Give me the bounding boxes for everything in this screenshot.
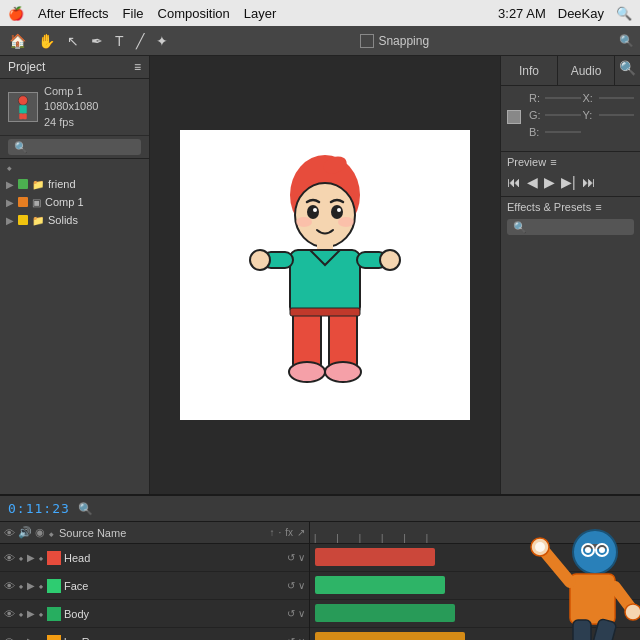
layer-visibility-toggle[interactable]: 👁 [4,608,15,620]
ruler-mark: | [403,533,405,543]
layer-visibility-toggle[interactable]: 👁 [4,636,15,641]
col-up-icon: ↑ [269,527,274,538]
ruler-mark: | [381,533,383,543]
character-artwork [180,130,470,420]
menubar-search-icon[interactable]: 🔍 [616,6,632,21]
list-item[interactable]: ▶ 📁 Solids [0,211,149,229]
menu-layer[interactable]: Layer [244,6,277,21]
layer-expand-arrow[interactable]: ▶ [27,608,35,619]
effects-search-input[interactable] [507,219,634,235]
layer-chevron[interactable]: ∨ [298,636,305,640]
svg-point-17 [250,250,270,270]
pointer-tool[interactable]: ↖ [64,31,82,51]
skip-forward-button[interactable]: ⏭ [582,174,596,190]
svg-point-9 [331,205,343,219]
effects-presets-section: Effects & Presets ≡ [501,197,640,494]
layer-visibility-toggle[interactable]: 👁 [4,552,15,564]
comp-thumbnail [8,92,38,122]
project-menu-icon[interactable]: ≡ [134,60,141,74]
layer-3d-icon: ⬥ [18,552,24,563]
layer-label: friend [48,178,76,190]
timeline-bar[interactable] [315,576,445,594]
layer-expand-arrow[interactable]: ▶ [27,580,35,591]
menu-after-effects[interactable]: After Effects [38,6,109,21]
g-value [545,114,581,116]
system-time: 3:27 AM [498,6,546,21]
audio-col-icon: 🔊 [18,526,32,539]
menu-file[interactable]: File [123,6,144,21]
timeline-bar[interactable] [315,632,465,640]
effects-menu-icon[interactable]: ≡ [595,201,601,213]
timeline-body: 👁 🔊 ◉ ⬥ Source Name ↑ · fx ↗ 👁 ⬥ [0,522,640,640]
comp-info: Comp 1 1080x1080 24 fps [44,84,98,130]
list-item[interactable]: ▶ ▣ Comp 1 [0,193,149,211]
tab-audio[interactable]: Audio [558,56,615,85]
frame-forward-button[interactable]: ▶| [561,174,576,190]
svg-rect-15 [290,250,360,315]
play-button[interactable]: ▶ [544,174,555,190]
menu-composition[interactable]: Composition [158,6,230,21]
timeline-bar[interactable] [315,604,455,622]
project-panel: Project ≡ Comp 1 1080x1080 24 fps [0,56,150,494]
layer-arrow: ▶ [6,215,14,226]
layer-expand-arrow[interactable]: ▶ [27,636,35,640]
composition-view [150,56,500,494]
pen-tool[interactable]: ✒ [88,31,106,51]
layer-solo-icon: ⬥ [38,580,44,591]
timecode-display: 0:11:23 [8,501,70,516]
layer-label: Comp 1 [45,196,84,208]
timeline-header: 0:11:23 🔍 [0,496,640,522]
svg-point-1 [18,96,27,105]
menubar: 🍎 After Effects File Composition Layer 3… [0,0,640,26]
timeline-search-icon[interactable]: 🔍 [78,502,93,516]
skip-back-button[interactable]: ⏮ [507,174,521,190]
snapping-label: Snapping [378,34,429,48]
apple-menu[interactable]: 🍎 [8,6,24,21]
track-row [310,600,640,628]
comp-name: Comp 1 [44,84,98,99]
layer-expand-arrow[interactable]: ▶ [27,552,35,563]
ruler-mark: | [359,533,361,543]
hand-tool[interactable]: ✋ [35,31,58,51]
layer-color-swatch [47,579,61,593]
comp-fps: 24 fps [44,115,98,130]
svg-point-12 [296,217,312,227]
shape-tool[interactable]: ╱ [133,31,147,51]
preview-menu-icon[interactable]: ≡ [550,156,556,168]
preview-title: Preview [507,156,546,168]
layer-loop-icon: ↺ [287,636,295,640]
comp-preview-item[interactable]: Comp 1 1080x1080 24 fps [0,79,149,136]
right-search-icon[interactable]: 🔍 [615,56,640,85]
tab-info[interactable]: Info [501,56,558,85]
svg-rect-2 [19,105,26,113]
svg-point-19 [380,250,400,270]
snap-checkbox[interactable] [360,34,374,48]
layer-chevron[interactable]: ∨ [298,608,305,619]
layer-visibility-toggle[interactable]: 👁 [4,580,15,592]
brush-tool[interactable]: ✦ [153,31,171,51]
composition-canvas[interactable] [180,130,470,420]
folder-icon: 📁 [32,215,44,226]
effects-title: Effects & Presets [507,201,591,213]
layer-name-label: Head [64,552,284,564]
list-item[interactable]: ▶ 📁 friend [0,175,149,193]
project-search-area [0,136,149,159]
frame-back-button[interactable]: ◀ [527,174,538,190]
layer-chevron[interactable]: ∨ [298,580,305,591]
svg-point-11 [337,208,341,212]
home-tool[interactable]: 🏠 [6,31,29,51]
info-section: R: X: G: Y: [501,86,640,152]
project-search-input[interactable] [8,139,141,155]
layer-options-icon: ⬥ [0,159,149,175]
timeline-panel: 0:11:23 🔍 👁 🔊 ◉ ⬥ Source Name ↑ · fx [0,494,640,640]
svg-point-24 [325,362,361,382]
toolbar-search-icon[interactable]: 🔍 [619,34,634,48]
svg-point-13 [338,217,354,227]
y-value [599,114,635,116]
layer-chevron[interactable]: ∨ [298,552,305,563]
timeline-bar[interactable] [315,548,435,566]
text-tool[interactable]: T [112,31,127,51]
eye-col-icon: 👁 [4,527,15,539]
timeline-columns-header: 👁 🔊 ◉ ⬥ Source Name ↑ · fx ↗ [0,522,309,544]
layer-loop-icon: ↺ [287,552,295,563]
